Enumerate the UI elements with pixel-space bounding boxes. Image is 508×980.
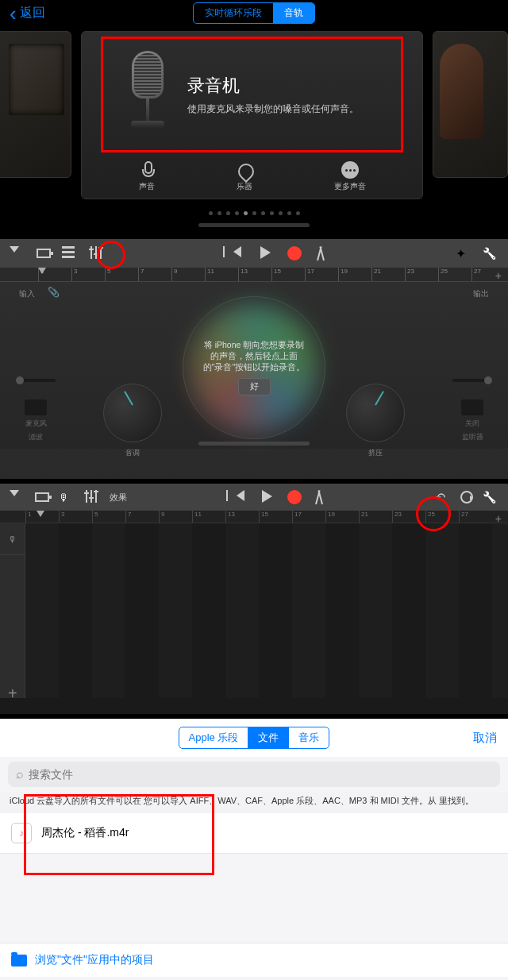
segment-control: 实时循环乐段 音轨	[193, 2, 315, 24]
browse-files-button[interactable]: 浏览"文件"应用中的项目	[0, 943, 508, 977]
timeline-ruler[interactable]: 13579111315171921232527 +	[0, 268, 508, 282]
file-browser: Apple 乐段 文件 音乐 取消 iCloud 云盘导入的所有文件可以在 您可…	[0, 719, 508, 980]
fx-button[interactable]: 效果	[110, 492, 127, 504]
sub-options: 声音 乐器 更多声音	[98, 161, 406, 192]
tab-live-loops[interactable]: 实时循环乐段	[194, 3, 273, 23]
squeeze-dial[interactable]: 挤压	[346, 384, 405, 442]
instrument-card-strings[interactable]	[433, 31, 508, 178]
back-button[interactable]: 返回	[10, 5, 45, 21]
file-header: Apple 乐段 文件 音乐 取消	[0, 719, 508, 757]
microphone-icon	[124, 51, 171, 138]
rewind-button[interactable]	[233, 246, 249, 260]
search-input[interactable]	[29, 768, 492, 781]
folder-icon	[11, 955, 27, 966]
file-tabs: Apple 乐段 文件 音乐	[179, 727, 330, 749]
play-button[interactable]	[260, 246, 276, 260]
track-lanes[interactable]	[25, 523, 508, 698]
tracks-view: 效果 13579111315171921232527 + 🎙 +	[0, 484, 508, 714]
metronome-button[interactable]	[313, 490, 325, 504]
recording-body: 输入 📎 输出 麦克风 滤波 将 iPhone 朝向您想要录制的声音，然后轻点上…	[0, 282, 508, 449]
view-button[interactable]	[37, 249, 51, 258]
tools-button[interactable]	[483, 246, 498, 260]
tracks-button[interactable]	[62, 246, 78, 260]
ok-button[interactable]: 好	[238, 378, 271, 395]
output-label: 输出	[473, 288, 489, 299]
menu-button[interactable]	[10, 246, 25, 260]
add-section-button[interactable]: +	[495, 269, 502, 282]
tab-files[interactable]: 文件	[248, 727, 289, 748]
add-track-button[interactable]: +	[8, 685, 17, 703]
recorder-text: 录音机 使用麦克风来录制您的嗓音或任何声音。	[187, 74, 359, 116]
cancel-button[interactable]: 取消	[473, 731, 497, 746]
input-panel: 麦克风 滤波	[16, 379, 56, 442]
mic-button[interactable]	[59, 490, 75, 504]
instrument-carousel[interactable]: 录音机 使用麦克风来录制您的嗓音或任何声音。 声音 乐器 更多声音	[0, 26, 508, 201]
header: 返回 实时循环乐段 音轨	[0, 0, 508, 26]
recorder-desc: 使用麦克风来录制您的嗓音或任何声音。	[187, 102, 359, 116]
track-header-mic[interactable]: 🎙	[0, 523, 25, 555]
record-button[interactable]	[287, 246, 303, 260]
mic-button[interactable]	[25, 399, 47, 415]
tab-tracks[interactable]: 音轨	[273, 3, 314, 23]
tab-apple-loops[interactable]: Apple 乐段	[179, 727, 249, 748]
rewind-button[interactable]	[237, 490, 252, 504]
pitch-dial[interactable]: 音调	[103, 384, 162, 442]
instrument-card-amp[interactable]	[0, 31, 71, 178]
home-indicator	[198, 223, 310, 227]
monitor-button[interactable]	[461, 399, 483, 415]
menu-button[interactable]	[10, 490, 25, 504]
toolbar: ✦	[0, 239, 508, 268]
output-panel: 关闭 监听器	[452, 379, 492, 442]
loop-button[interactable]	[460, 491, 473, 504]
input-slider[interactable]	[16, 379, 56, 382]
instrument-icon	[236, 161, 253, 179]
settings-button[interactable]: ✦	[456, 246, 471, 260]
search-bar[interactable]	[8, 762, 500, 787]
wheel-hint: 将 iPhone 朝向您想要录制的声音，然后轻点上面的"录音"按钮以开始录音。 …	[183, 340, 325, 395]
instrument-card-recorder[interactable]: 录音机 使用麦克风来录制您的嗓音或任何声音。 声音 乐器 更多声音	[81, 31, 423, 199]
home-indicator	[198, 442, 310, 446]
input-label: 输入	[19, 288, 35, 299]
highlight-circle	[416, 496, 451, 531]
sound-wheel[interactable]: 将 iPhone 朝向您想要录制的声音，然后轻点上面的"录音"按钮以开始录音。 …	[183, 296, 325, 439]
tracks-area: 🎙	[0, 523, 508, 698]
highlight-box	[24, 794, 214, 875]
pin-icon[interactable]: 📎	[48, 287, 60, 298]
highlight-box: 录音机 使用麦克风来录制您的嗓音或任何声音。	[101, 37, 403, 152]
sub-more[interactable]: 更多声音	[334, 161, 366, 192]
tab-music[interactable]: 音乐	[289, 727, 329, 748]
view-button[interactable]	[35, 492, 49, 502]
mixer-button[interactable]	[84, 490, 100, 504]
output-slider[interactable]	[452, 379, 492, 382]
sub-voice[interactable]: 声音	[138, 161, 156, 192]
record-button[interactable]	[287, 490, 303, 504]
more-icon	[341, 161, 359, 179]
sub-instrument[interactable]: 乐器	[236, 161, 253, 192]
tools-button[interactable]	[483, 490, 498, 504]
metronome-button[interactable]	[314, 246, 327, 260]
voice-icon	[138, 161, 156, 179]
instrument-browser: 返回 实时循环乐段 音轨 录音机 使用麦克风来录制您的嗓音或任何声音。 声音	[0, 0, 508, 234]
recorder-title: 录音机	[187, 74, 359, 98]
recording-view: ✦ 13579111315171921232527 + 输入 📎 输出 麦克风 …	[0, 239, 508, 479]
play-button[interactable]	[262, 490, 278, 504]
track-headers: 🎙	[0, 523, 25, 698]
highlight-circle	[97, 241, 125, 269]
page-dots	[0, 201, 508, 222]
